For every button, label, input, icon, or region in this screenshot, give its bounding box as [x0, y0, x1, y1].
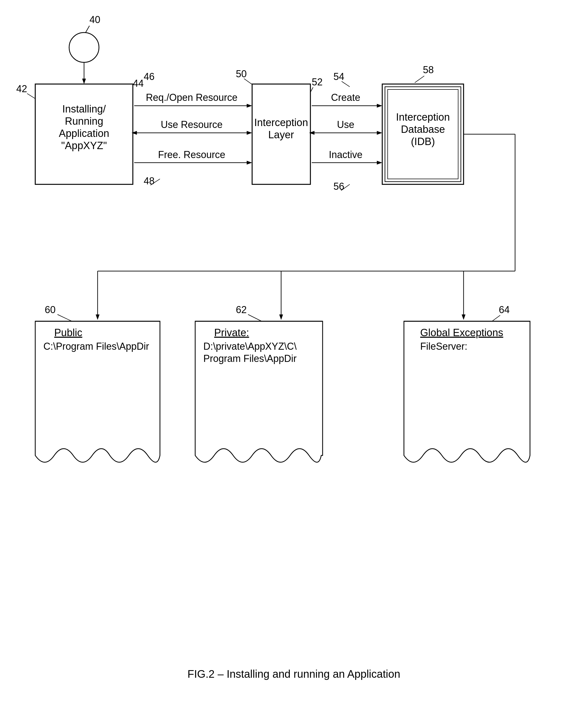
diagram-container: 40 42 Installing/ Running Application "A…: [0, 0, 588, 723]
ref-60: 60: [45, 304, 56, 315]
arrow-req-label: Req./Open Resource: [146, 92, 237, 103]
il-label2: Layer: [268, 129, 294, 141]
private-label: Private:: [214, 327, 249, 338]
ref-52: 52: [312, 77, 322, 88]
idb-label2: Database: [401, 124, 445, 135]
start-circle: [69, 33, 99, 62]
ref-48: 48: [144, 175, 154, 187]
arrow-create-label: Create: [331, 92, 360, 103]
app-box-label4: "AppXYZ": [61, 140, 107, 151]
app-box-label: Installing/: [62, 103, 106, 115]
ref-58: 58: [423, 64, 434, 76]
public-path: C:\Program Files\AppDir: [43, 341, 149, 352]
ref-54: 54: [333, 71, 344, 82]
ref-42: 42: [16, 83, 27, 94]
arrow-use-label: Use Resource: [161, 119, 223, 130]
app-box-label3: Application: [59, 128, 109, 139]
idb-label1: Interception: [396, 111, 450, 123]
private-path2: Program Files\AppDir: [203, 353, 297, 364]
app-box-label2: Running: [65, 115, 103, 127]
ref-62: 62: [236, 304, 247, 315]
ref-64: 64: [499, 304, 510, 315]
il-label1: Interception: [254, 117, 308, 128]
global-label: Global Exceptions: [420, 327, 503, 338]
private-path1: D:\private\AppXYZ\C\: [203, 341, 297, 352]
ref-40: 40: [89, 14, 100, 25]
idb-label3: (IDB): [411, 136, 435, 147]
ref-56: 56: [333, 181, 344, 192]
figure-caption: FIG.2 – Installing and running an Applic…: [188, 668, 400, 680]
arrow-use2-label: Use: [337, 119, 354, 130]
diagram-svg: 40 42 Installing/ Running Application "A…: [0, 0, 588, 723]
ref-44: 44: [133, 78, 144, 89]
arrow-free-label: Free. Resource: [158, 149, 225, 160]
arrow-inactive-label: Inactive: [329, 149, 362, 160]
global-path: FileServer:: [420, 341, 467, 352]
public-label: Public: [54, 327, 82, 338]
ref-50: 50: [236, 68, 247, 80]
ref-46: 46: [144, 71, 154, 82]
